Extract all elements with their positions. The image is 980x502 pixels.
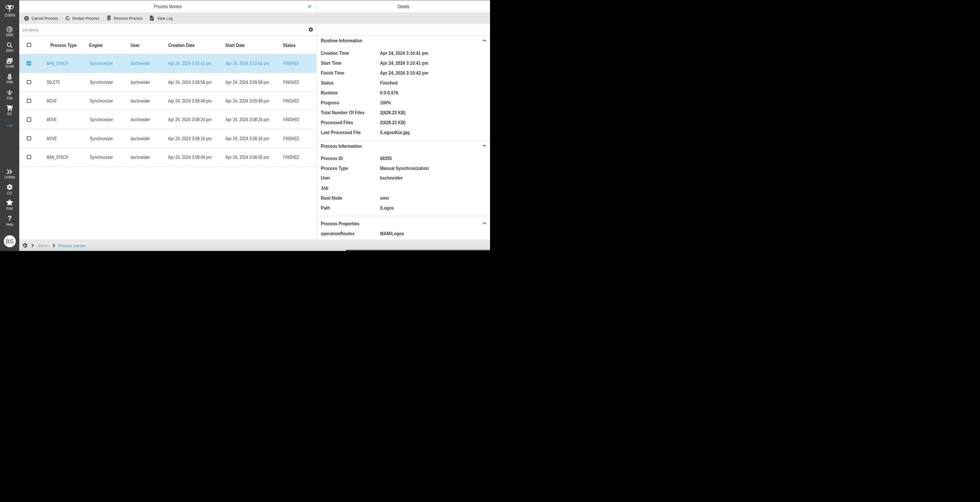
svg-text:P: P — [9, 74, 11, 76]
